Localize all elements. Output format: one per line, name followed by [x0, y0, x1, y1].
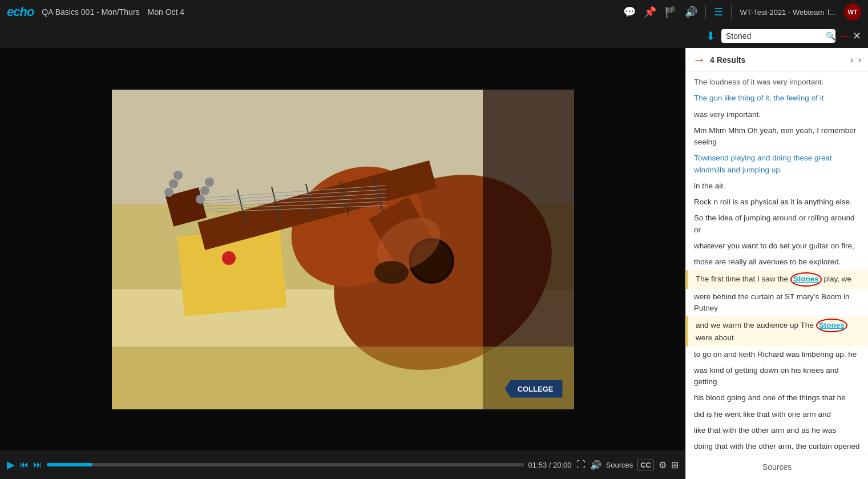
- search-input[interactable]: [726, 31, 826, 41]
- avatar: WT: [844, 3, 861, 21]
- transcript-line: in the air.: [686, 178, 868, 194]
- search-magnify-icon: 🔍: [826, 31, 835, 41]
- transcript-panel: → 4 Results ‹ › The loudness of it was v…: [685, 48, 868, 479]
- download-icon[interactable]: ⬇: [706, 29, 716, 43]
- svg-point-23: [164, 188, 173, 197]
- echo-logo: echo: [7, 5, 34, 19]
- cc-icon[interactable]: CC: [637, 460, 654, 470]
- svg-point-28: [205, 178, 214, 187]
- transcript-line: to go on and keith Richard was limbering…: [686, 347, 868, 363]
- svg-point-25: [173, 171, 183, 180]
- sources-button[interactable]: Sources: [606, 461, 633, 469]
- progress-bar[interactable]: [47, 463, 524, 466]
- transcript-line-highlight-2[interactable]: and we warm the audience up The Stones w…: [686, 316, 868, 347]
- course-title: QA Basics 001 - Mon/Thurs: [42, 7, 139, 17]
- transcript-bottom-bar: Sources: [686, 454, 868, 479]
- next-result-button[interactable]: ›: [858, 55, 861, 65]
- course-name-label: WT-Test-2021 - Webteam T...: [740, 8, 836, 17]
- transcript-scroll-area[interactable]: The loudness of it was very important. T…: [686, 72, 868, 454]
- svg-point-31: [374, 261, 409, 284]
- pin-icon[interactable]: 📌: [644, 6, 656, 18]
- college-badge: COLLEGE: [505, 380, 563, 398]
- results-count-label: 4 Results: [710, 55, 745, 65]
- highlight-stones-1: Stones: [790, 272, 822, 286]
- transcript-line: Mm Mhm Mhm Oh yeah, mm yeah, I remember …: [686, 123, 868, 151]
- transcript-line: was very important.: [686, 107, 868, 123]
- video-area[interactable]: COLLEGE: [0, 48, 685, 450]
- transcript-line: his blood going and one of the things th…: [686, 390, 868, 406]
- settings-icon[interactable]: ⚙: [659, 460, 667, 470]
- chat-icon[interactable]: 💬: [623, 6, 636, 18]
- transcript-line: did is he went like that with one arm an…: [686, 406, 868, 422]
- expand-icon[interactable]: ⊞: [671, 460, 679, 470]
- menu-icon[interactable]: ☰: [714, 6, 723, 18]
- prev-result-button[interactable]: ‹: [850, 55, 853, 65]
- highlight-stones-2: Stones: [816, 319, 847, 332]
- sources-label[interactable]: Sources: [762, 462, 792, 472]
- progress-fill: [47, 463, 92, 466]
- transcript-line: doing that with the other arm, the curta…: [686, 438, 868, 454]
- transcript-line: Rock n roll is as physical as it is anyt…: [686, 194, 868, 210]
- transcript-line-highlight-1[interactable]: The first time that I saw the Stones pla…: [686, 270, 868, 288]
- svg-point-4: [222, 251, 236, 265]
- svg-point-26: [196, 195, 205, 204]
- transcript-line: So the idea of jumping around or rolling…: [686, 210, 868, 238]
- results-arrow-icon: →: [693, 53, 705, 67]
- arrow-annotation-right: ←: [838, 28, 851, 44]
- fullscreen-icon[interactable]: ⛶: [576, 460, 586, 470]
- video-panel: COLLEGE ▶ ⏮ ⏭ 01:53 / 20:00 ⛶ 🔊 Sources …: [0, 48, 685, 479]
- close-search-button[interactable]: ✕: [853, 30, 861, 42]
- time-display: 01:53 / 20:00: [528, 461, 572, 469]
- play-button[interactable]: ▶: [7, 458, 15, 471]
- transcript-line: like that with the other arm and as he w…: [686, 422, 868, 438]
- rewind-button[interactable]: ⏮: [19, 460, 29, 470]
- fast-forward-button[interactable]: ⏭: [33, 460, 42, 470]
- flag-icon[interactable]: 🏴: [664, 6, 677, 18]
- transcript-line: those are really all avenues to be explo…: [686, 254, 868, 270]
- transcript-line: was kind of getting down on his knees an…: [686, 363, 868, 391]
- course-date: Mon Oct 4: [148, 7, 185, 17]
- svg-rect-32: [112, 347, 574, 409]
- transcript-line: Townsend playing and doing these great w…: [686, 150, 868, 178]
- transcript-line: were behind the curtain at ST mary's Boo…: [686, 289, 868, 317]
- transcript-line: whatever you want to do set your guitar …: [686, 238, 868, 254]
- volume-icon[interactable]: 🔊: [685, 6, 697, 18]
- search-box: 🔍: [721, 29, 835, 43]
- results-row: → 4 Results ‹ ›: [686, 48, 868, 72]
- transcript-line: The loudness of it was very important.: [686, 74, 868, 90]
- video-controls: ▶ ⏮ ⏭ 01:53 / 20:00 ⛶ 🔊 Sources CC ⚙ ⊞: [0, 450, 685, 479]
- audio-icon[interactable]: 🔊: [590, 460, 601, 470]
- transcript-line: The gun like thing of it, the feeling of…: [686, 90, 868, 106]
- svg-point-24: [169, 179, 178, 188]
- svg-point-27: [200, 186, 209, 195]
